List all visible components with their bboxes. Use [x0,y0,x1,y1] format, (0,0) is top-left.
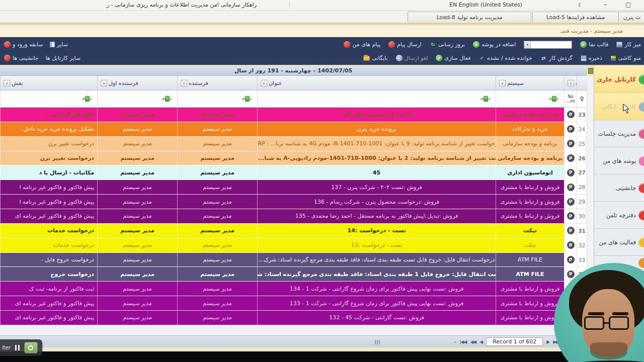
toolbar-button[interactable]: −لغو ارسال [396,55,428,61]
nav-next-button[interactable]: ▶ [546,339,549,344]
p-badge-icon[interactable]: P [567,111,575,118]
language-dropdown-icon[interactable]: ▴▾ [579,2,580,7]
date-group-header[interactable]: 1402/07/05 - چهارشنبه - 191 روز از سال [0,66,587,76]
chevron-down-icon[interactable]: ▾ [524,41,531,48]
p-badge-icon[interactable]: P [567,184,575,191]
sidebar-item-5[interactable]: جانشینی [594,174,644,202]
tab-2[interactable]: مشاهده فرایندها Load-5 [532,12,619,22]
column-filter-dropdown-icon[interactable]: ▾ [499,80,506,86]
column-filter-dropdown-icon[interactable]: ▾ [261,80,267,86]
p-badge-icon[interactable]: P [567,256,575,263]
toolbar-button[interactable]: سایر کارتابل ها [45,55,80,61]
sidebar-item-1[interactable]: کارتابل جاری [594,66,644,93]
column-header-sender[interactable]: فرستنده▾ [177,76,257,90]
toolbar-button[interactable]: ✔خوانده شده / نشده [478,55,532,61]
abc-filter-icon[interactable]: ac [549,96,559,102]
column-filter-dropdown-icon[interactable]: ▾ [101,80,107,86]
p-badge-icon[interactable]: P [567,241,575,249]
column-header-role[interactable]: نقش▾ [0,76,97,90]
p-badge-icon[interactable]: P [567,140,575,147]
nav-prev-button[interactable]: ◀◀ [470,339,476,344]
tab-3[interactable]: مدیریت برنامه تولید Load-8 [408,12,531,22]
language-selector[interactable]: EN English (United States) [449,2,522,8]
toolbar-button[interactable]: ارسال پیام [388,41,422,48]
table-row[interactable]: مکاتبات - ارسال با دمدیر سیستممدیر سیستم… [0,165,587,180]
column-filter-dropdown-icon[interactable]: ▾ [181,80,187,86]
table-row[interactable]: تشکیل پرونده خرید خرید داخل -مدیر سیستمم… [0,122,587,137]
p-badge-icon[interactable]: P [567,169,575,176]
nav-prev-button[interactable]: ◀ [479,339,482,344]
abc-filter-icon[interactable]: ac [82,96,92,102]
table-row[interactable]: درخواست خدماتمدیر سیستممدیر سیستمتست - د… [0,224,587,238]
abc-filter-icon[interactable]: ac [242,96,252,102]
filter-cell-num[interactable]: ♀ [577,90,587,107]
toolbar-button[interactable]: بایگانی [363,55,387,61]
abc-filter-icon[interactable]: ac [480,96,491,102]
column-header-title[interactable]: عنوان▾ [257,76,496,90]
folder-combo[interactable]: ▾ [524,41,572,49]
cell-title: فروش :درخواست محصول پنرن - شرکت رسام - 1… [257,195,496,209]
cell-first-sender: مدیر سیستم [97,151,177,165]
column-header-first_sender[interactable]: فرستنده اول▾ [97,76,177,90]
table-row[interactable]: حکم کار گردشی -مدیر سیستممدیر سیستم9 ثبت… [0,108,587,122]
toolbar-button[interactable]: سایر [50,41,68,48]
column-header-num[interactable] [577,76,587,90]
abc-filter-icon[interactable]: ac [162,96,172,102]
p-badge-icon[interactable]: P [567,212,575,220]
p-badge-icon[interactable]: P [567,198,575,206]
table-row[interactable]: پیش فاکتور و فاکتور غیر برنامه ایمدیر سی… [0,209,587,224]
table-row[interactable]: ثبت فاکتور از برنامه- ثبت کمدیر سیستممدی… [0,282,587,296]
sidebar-item-7[interactable]: فعالیت های من [594,229,644,256]
restore-button[interactable]: ▢ [625,1,631,8]
nav-prev-button[interactable]: |◀◀ [460,339,467,344]
pin-icon[interactable]: ♀ [580,96,584,102]
toolbar-button[interactable]: ✔فعال سازی [436,55,470,61]
table-row[interactable]: درخواست خدماتمدیر سیستممدیر سیستمتست - د… [0,238,587,253]
splitter-grip-icon[interactable] [375,340,380,344]
column-filter-dropdown-icon[interactable]: ▾ [4,80,10,86]
filter-cell-first_sender[interactable]: ac [97,90,177,107]
cell-role: پیش فاکتور و فاکتور غیر برنامه ا [0,180,97,194]
toolbar-button[interactable]: پیام های من [344,41,380,48]
column-header-p[interactable]: پ▾ [564,76,577,90]
webcam-toggle-button[interactable] [24,342,38,353]
p-badge-icon[interactable]: P [567,125,575,133]
toolbar-button[interactable]: +اضافه در پوشه [473,41,516,48]
p-badge-icon[interactable]: P [567,227,575,234]
table-row[interactable]: درخواست خروج فایل -مدیر سیستممدیر سیستمد… [0,253,587,267]
table-row[interactable]: پیش فاکتور و فاکتور غیر برنامه ایمدیر سی… [0,311,587,325]
sidebar-item-2[interactable]: کارتابل بایگانی [594,93,644,120]
sidebar-item-6[interactable]: دفترچه تلفن [594,202,644,229]
table-row[interactable]: درخواست تغییر برنمدیر سیستممدیر سیستمدرخ… [0,137,587,151]
p-badge-icon[interactable]: P [567,270,575,278]
filter-cell-role[interactable]: ac [0,90,97,107]
toolbar-button[interactable]: ⇄گردش کار [540,55,573,61]
table-row[interactable]: پیش فاکتور و فاکتور غیر برنامه ایمدیر سی… [0,296,587,311]
filter-cell-sender[interactable]: ac [177,90,257,107]
column-filter-dropdown-icon[interactable]: ▾ [568,80,574,86]
minimize-button[interactable]: – [604,1,607,8]
filter-cell-title[interactable]: ac [257,90,496,107]
toolbar-button[interactable]: سابقه ورود و [4,41,43,48]
nav-prev-button[interactable]: ▸ [454,339,456,344]
sidebar-item-icon [638,129,644,139]
sidebar-item-4[interactable]: پوشه های من [594,147,644,174]
toolbar-button[interactable]: منو کاشی [610,55,641,61]
toolbar-button[interactable]: جانشینی ها [4,55,38,61]
toolbar-button[interactable]: ذخیره [581,55,602,61]
sidebar-item-3[interactable]: مدیریت جلسات [594,120,644,147]
cell-title: 45 [257,165,496,179]
table-row[interactable]: درخواست خروجمدیر سیستممدیر سیستمدرخواست … [0,267,587,282]
pause-button[interactable] [15,345,20,350]
filter-cell-p[interactable]: No ...im [564,90,577,107]
filter-cell-system[interactable]: ac [496,90,564,107]
select-all-icon[interactable] [588,68,593,74]
toolbar-button[interactable]: ↻بروز رسانی [430,41,465,48]
table-row[interactable]: درخواست تغییر برنمدیر سیستممدیر سیستمدرخ… [0,151,587,166]
toolbar-button[interactable]: ✔قالب نما [580,41,608,48]
column-header-system[interactable]: سیستم▾ [496,76,564,90]
toolbar-button[interactable]: میز کار [616,41,641,48]
p-badge-icon[interactable]: P [567,154,575,162]
table-row[interactable]: پیش فاکتور و فاکتور غیر برنامه امدیر سیس… [0,180,587,195]
table-row[interactable]: پیش فاکتور و فاکتور غیر برنامه امدیر سیس… [0,195,587,209]
